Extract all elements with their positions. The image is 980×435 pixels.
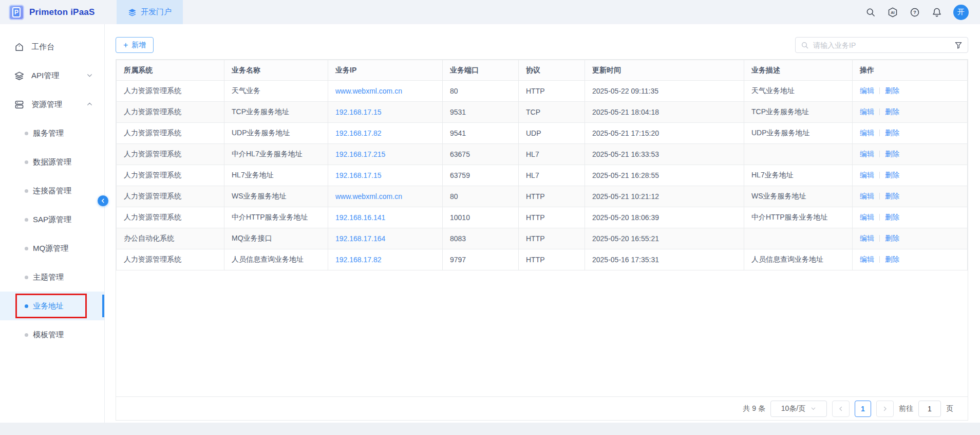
cell-protocol: HTTP <box>519 228 585 249</box>
bullet-icon <box>25 189 28 193</box>
edit-link[interactable]: 编辑 <box>860 129 874 137</box>
user-avatar[interactable]: 开 <box>953 5 969 20</box>
tab-label: 开发门户 <box>141 7 172 17</box>
delete-link[interactable]: 删除 <box>885 86 899 95</box>
sidebar-item-label: API管理 <box>31 71 59 81</box>
cell-port: 63759 <box>443 165 519 186</box>
delete-link[interactable]: 删除 <box>885 150 899 158</box>
delete-link[interactable]: 删除 <box>885 192 899 200</box>
sidebar-item-api-management[interactable]: API管理 <box>0 61 104 90</box>
next-page-button[interactable] <box>876 401 894 417</box>
goto-page-input[interactable] <box>918 401 941 417</box>
sidebar-item-主题管理[interactable]: 主题管理 <box>0 263 104 292</box>
business-address-table: 所属系统业务名称业务IP业务端口协议更新时间业务描述操作 人力资源管理系统天气业… <box>116 59 968 421</box>
business-ip-link[interactable]: 192.168.17.15 <box>335 108 382 116</box>
page-number-button[interactable]: 1 <box>855 401 871 417</box>
cell-ip: 192.168.17.15 <box>328 102 443 123</box>
business-ip-link[interactable]: 192.168.17.15 <box>335 171 382 179</box>
search-input[interactable] <box>813 41 950 49</box>
brand-logo-icon: P <box>9 5 24 20</box>
delete-link[interactable]: 删除 <box>885 234 899 242</box>
cell-updated: 2025-05-21 10:21:12 <box>585 186 744 207</box>
business-ip-link[interactable]: 192.168.17.164 <box>335 234 385 243</box>
cell-description: UDP业务服务地址 <box>744 123 853 144</box>
delete-link[interactable]: 删除 <box>885 129 899 137</box>
cell-name: TCP业务服务地址 <box>224 102 328 123</box>
edit-link[interactable]: 编辑 <box>860 234 874 242</box>
business-ip-link[interactable]: 192.168.17.82 <box>335 256 382 264</box>
cell-system: 人力资源管理系统 <box>117 165 224 186</box>
cell-updated: 2025-05-21 18:04:18 <box>585 102 744 123</box>
delete-link[interactable]: 删除 <box>885 171 899 179</box>
sidebar-item-workbench[interactable]: 工作台 <box>0 32 104 61</box>
business-ip-link[interactable]: 192.168.17.82 <box>335 129 382 137</box>
cell-ip: www.webxml.com.cn <box>328 186 443 207</box>
edit-link[interactable]: 编辑 <box>860 171 874 179</box>
business-ip-link[interactable]: www.webxml.com.cn <box>335 87 402 95</box>
cell-system: 办公自动化系统 <box>117 228 224 249</box>
filter-funnel-icon[interactable] <box>954 41 963 49</box>
business-ip-link[interactable]: 192.168.16.141 <box>335 213 385 222</box>
sidebar-item-连接器管理[interactable]: 连接器管理 <box>0 176 104 205</box>
goto-label: 前往 <box>899 404 913 413</box>
sidebar-item-MQ源管理[interactable]: MQ源管理 <box>0 234 104 263</box>
cell-updated: 2025-05-21 16:28:55 <box>585 165 744 186</box>
cell-updated: 2025-05-20 18:06:39 <box>585 207 744 228</box>
home-icon <box>14 42 24 52</box>
delete-link[interactable]: 删除 <box>885 255 899 263</box>
cell-protocol: HTTP <box>519 81 585 102</box>
tab-dev-portal[interactable]: 开发门户 <box>117 0 183 24</box>
business-ip-link[interactable]: www.webxml.com.cn <box>335 192 402 201</box>
sidebar-item-resource-management[interactable]: 资源管理 <box>0 90 104 119</box>
sidebar-item-业务地址[interactable]: 业务地址 <box>0 292 104 320</box>
cell-port: 10010 <box>443 207 519 228</box>
brand-name: Primeton iPaaS <box>29 7 95 17</box>
table-row: 人力资源管理系统UDP业务服务地址192.168.17.829541UDP202… <box>117 123 968 144</box>
cell-updated: 2025-05-21 16:33:53 <box>585 144 744 165</box>
help-icon[interactable]: ? <box>909 7 920 18</box>
sidebar-submenu: 服务管理数据源管理连接器管理SAP源管理MQ源管理主题管理业务地址模板管理 <box>0 119 104 349</box>
sidebar-item-模板管理[interactable]: 模板管理 <box>0 320 104 349</box>
sidebar-item-label: 资源管理 <box>31 100 62 110</box>
cell-protocol: HL7 <box>519 144 585 165</box>
bell-icon[interactable] <box>931 7 943 18</box>
edit-link[interactable]: 编辑 <box>860 213 874 221</box>
cell-actions: 编辑删除 <box>853 165 968 186</box>
sidebar-item-服务管理[interactable]: 服务管理 <box>0 119 104 148</box>
bullet-icon <box>25 132 28 135</box>
sidebar-item-数据源管理[interactable]: 数据源管理 <box>0 148 104 176</box>
chevron-left-icon <box>838 406 844 412</box>
sidebar-collapse-toggle[interactable] <box>98 195 108 206</box>
sidebar-item-SAP源管理[interactable]: SAP源管理 <box>0 205 104 234</box>
chevron-up-icon <box>86 101 93 107</box>
add-button[interactable]: + 新增 <box>116 37 154 53</box>
edit-link[interactable]: 编辑 <box>860 107 874 116</box>
top-bar: P Primeton iPaaS 开发门户 AI ? <box>0 0 980 24</box>
cell-protocol: HTTP <box>519 249 585 270</box>
search-icon[interactable] <box>865 7 876 18</box>
cell-system: 人力资源管理系统 <box>117 249 224 270</box>
action-divider <box>879 214 880 221</box>
ai-assistant-icon[interactable]: AI <box>887 7 898 18</box>
page-size-select[interactable]: 10条/页 <box>770 401 827 417</box>
sidebar-item-label: 服务管理 <box>33 129 64 138</box>
delete-link[interactable]: 删除 <box>885 107 899 116</box>
sidebar-item-label: 数据源管理 <box>33 157 71 167</box>
cell-actions: 编辑删除 <box>853 102 968 123</box>
prev-page-button[interactable] <box>832 401 850 417</box>
cell-ip: 192.168.17.15 <box>328 165 443 186</box>
table-row: 人力资源管理系统人员信息查询业务地址192.168.17.829797HTTP2… <box>117 249 968 270</box>
sidebar-item-label: 连接器管理 <box>33 186 71 196</box>
edit-link[interactable]: 编辑 <box>860 192 874 200</box>
edit-link[interactable]: 编辑 <box>860 255 874 263</box>
delete-link[interactable]: 删除 <box>885 213 899 221</box>
edit-link[interactable]: 编辑 <box>860 150 874 158</box>
business-ip-link[interactable]: 192.168.17.215 <box>335 150 385 158</box>
sidebar-item-label: 主题管理 <box>33 273 64 282</box>
edit-link[interactable]: 编辑 <box>860 86 874 95</box>
cell-port: 8083 <box>443 228 519 249</box>
server-stack-icon <box>14 100 24 110</box>
plus-icon: + <box>123 41 128 49</box>
cell-port: 80 <box>443 81 519 102</box>
table-row: 人力资源管理系统HL7业务地址192.168.17.1563759HL72025… <box>117 165 968 186</box>
